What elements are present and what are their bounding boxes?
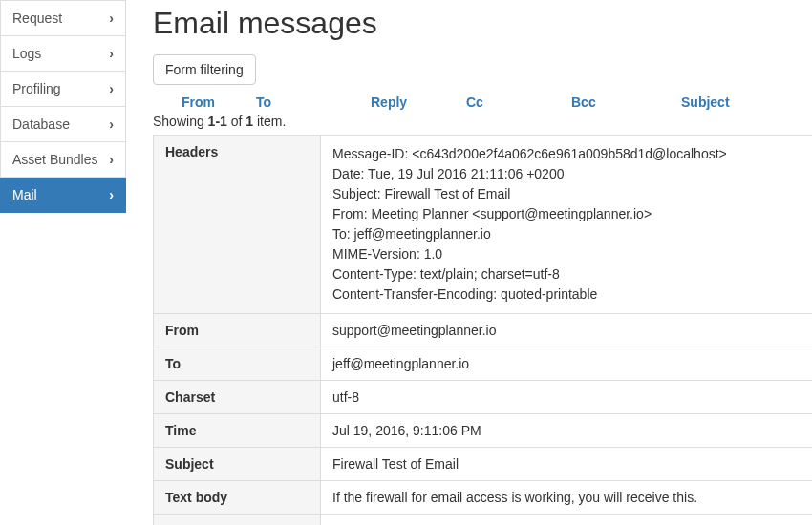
sidebar-item-asset-bundles[interactable]: Asset Bundles › xyxy=(0,142,126,178)
sidebar: Request › Logs › Profiling › Database › … xyxy=(0,0,126,525)
value-time: Jul 19, 2016, 9:11:06 PM xyxy=(321,414,813,448)
sidebar-item-database[interactable]: Database › xyxy=(0,107,126,142)
label-successfully-sent: Successfully sent xyxy=(154,514,321,526)
summary-prefix: Showing xyxy=(153,114,208,129)
label-headers: Headers xyxy=(154,136,321,314)
value-successfully-sent: Yes xyxy=(321,514,813,526)
value-headers: Message-ID: <c643d200e2f4a062c6e961a009b… xyxy=(321,136,813,314)
label-to: To xyxy=(154,347,321,381)
email-detail-table: Headers Message-ID: <c643d200e2f4a062c6e… xyxy=(153,135,812,525)
sidebar-item-profiling[interactable]: Profiling › xyxy=(0,72,126,107)
summary-total: 1 xyxy=(246,114,253,129)
filter-link-reply[interactable]: Reply xyxy=(371,94,466,110)
chevron-right-icon: › xyxy=(109,153,114,166)
row-text-body: Text body If the firewall for email acce… xyxy=(154,481,813,514)
page-title: Email messages xyxy=(153,6,812,41)
value-charset: utf-8 xyxy=(321,381,813,414)
row-to: To jeff@meetingplanner.io xyxy=(154,347,813,381)
summary-suffix: item. xyxy=(253,114,286,129)
value-text-body: If the firewall for email access is work… xyxy=(321,481,813,514)
filter-link-from[interactable]: From xyxy=(182,94,256,110)
filter-links-row: From To Reply Cc Bcc Subject Body Charse… xyxy=(153,94,812,110)
sidebar-item-logs[interactable]: Logs › xyxy=(0,36,126,72)
sidebar-item-label: Asset Bundles xyxy=(12,152,98,167)
chevron-right-icon: › xyxy=(109,47,114,60)
summary-mid: of xyxy=(227,114,246,129)
row-subject: Subject Firewall Test of Email xyxy=(154,448,813,481)
row-from: From support@meetingplanner.io xyxy=(154,314,813,347)
label-time: Time xyxy=(154,414,321,448)
row-successfully-sent: Successfully sent Yes xyxy=(154,514,813,526)
main-content: Email messages Form filtering From To Re… xyxy=(126,0,812,525)
sidebar-item-label: Logs xyxy=(12,46,41,61)
sidebar-item-request[interactable]: Request › xyxy=(0,0,126,36)
results-summary: Showing 1-1 of 1 item. xyxy=(153,114,812,129)
row-time: Time Jul 19, 2016, 9:11:06 PM xyxy=(154,414,813,448)
form-filtering-button[interactable]: Form filtering xyxy=(153,54,256,85)
filter-link-subject[interactable]: Subject xyxy=(681,94,767,110)
value-from: support@meetingplanner.io xyxy=(321,314,813,347)
chevron-right-icon: › xyxy=(109,117,114,131)
value-to: jeff@meetingplanner.io xyxy=(321,347,813,381)
row-charset: Charset utf-8 xyxy=(154,381,813,414)
chevron-right-icon: › xyxy=(109,188,114,201)
row-headers: Headers Message-ID: <c643d200e2f4a062c6e… xyxy=(154,136,813,314)
filter-link-to[interactable]: To xyxy=(256,94,371,110)
filter-link-bcc[interactable]: Bcc xyxy=(571,94,681,110)
chevron-right-icon: › xyxy=(109,11,114,25)
filter-link-body[interactable]: Body xyxy=(767,94,812,110)
summary-range: 1-1 xyxy=(208,114,227,129)
sidebar-item-mail[interactable]: Mail › xyxy=(0,178,126,213)
chevron-right-icon: › xyxy=(109,82,114,95)
value-subject: Firewall Test of Email xyxy=(321,448,813,481)
label-from: From xyxy=(154,314,321,347)
filter-link-cc[interactable]: Cc xyxy=(466,94,571,110)
sidebar-item-label: Request xyxy=(12,10,62,26)
sidebar-item-label: Database xyxy=(12,116,70,132)
sidebar-item-label: Profiling xyxy=(12,81,61,96)
sidebar-item-label: Mail xyxy=(12,187,37,202)
label-text-body: Text body xyxy=(154,481,321,514)
label-charset: Charset xyxy=(154,381,321,414)
label-subject: Subject xyxy=(154,448,321,481)
